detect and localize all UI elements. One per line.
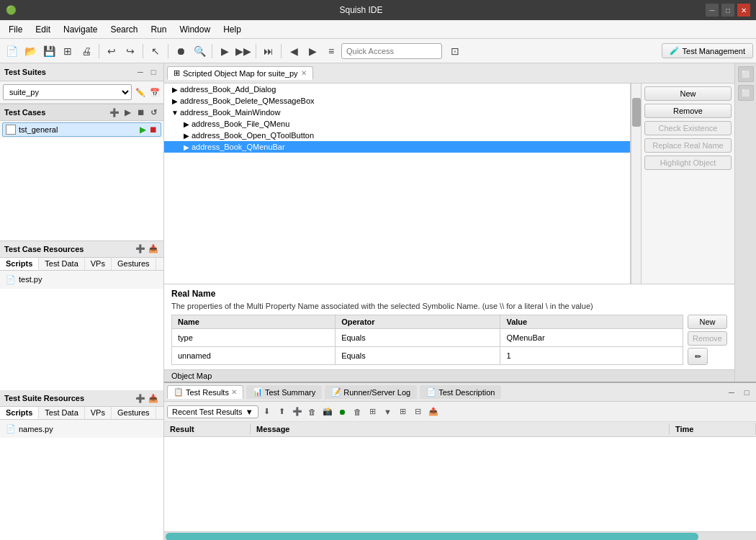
run-button[interactable]: ▶ (216, 42, 233, 60)
test-case-checkbox[interactable] (6, 125, 16, 135)
new-file-button[interactable]: 📄 (3, 42, 20, 60)
menu-search[interactable]: Search (104, 22, 143, 37)
tab-suite-scripts[interactable]: Scripts (0, 407, 39, 419)
calendar-suite-icon[interactable]: 📅 (149, 86, 161, 98)
add-test-case-icon[interactable]: ➕ (109, 107, 120, 118)
menu-help[interactable]: Help (217, 22, 247, 37)
arrow-open-btn[interactable]: ▶ (181, 132, 192, 140)
nav-fwd-button[interactable]: ▶ (304, 42, 321, 60)
arrow-file-menu[interactable]: ▶ (181, 120, 192, 128)
redo-button[interactable]: ↪ (122, 42, 139, 60)
undo-button[interactable]: ↩ (103, 42, 120, 60)
tab-runner-log[interactable]: 📝 Runner/Server Log (325, 385, 417, 399)
refresh-tc-icon[interactable]: ↺ (148, 107, 159, 118)
replace-real-name-button[interactable]: Replace Real Name (644, 138, 732, 153)
tree-item-add-dialog[interactable]: ▶ address_Book_Add_Dialog (164, 84, 630, 95)
tree-item-open-btn[interactable]: ▶ address_Book_Open_QToolButton (164, 130, 630, 141)
stop-tc-icon[interactable]: ⏹ (135, 107, 146, 118)
menu-edit[interactable]: Edit (30, 22, 56, 37)
arrow-add-dialog[interactable]: ▶ (170, 86, 180, 94)
add-suite-resource-icon[interactable]: ➕ (135, 392, 146, 404)
tab-gestures[interactable]: Gestures (112, 258, 156, 270)
cursor-button[interactable]: ↖ (147, 42, 164, 60)
screenshot-icon[interactable]: 📸 (321, 405, 334, 418)
record-button[interactable]: ⏺ (172, 42, 189, 60)
test-results-close[interactable]: ✕ (231, 388, 237, 396)
file-test-py[interactable]: 📄 test.py (0, 274, 163, 286)
edit-suite-icon[interactable]: ✏️ (135, 86, 146, 98)
menu-navigate[interactable]: Navigate (58, 22, 103, 37)
green-circle-icon[interactable]: ⏺ (336, 405, 349, 418)
open-workspace-button[interactable]: ⊡ (446, 42, 464, 60)
run-icon[interactable]: ▶ (140, 125, 146, 135)
tab-suite-test-data[interactable]: Test Data (39, 407, 84, 419)
add-result-icon[interactable]: ➕ (291, 405, 304, 418)
minimize-button[interactable]: ─ (706, 4, 719, 17)
maximize-button[interactable]: □ (721, 4, 734, 17)
open-file-button[interactable]: 📂 (22, 42, 39, 60)
edit-property-icon-button[interactable]: ✏ (688, 348, 708, 365)
quick-access-input[interactable] (341, 43, 442, 59)
settings-icon[interactable]: ▼ (382, 405, 395, 418)
recent-results-dropdown[interactable]: Recent Test Results ▼ (167, 405, 258, 418)
objmap-scrollbar[interactable] (631, 84, 641, 284)
test-case-tst-general[interactable]: tst_general ▶ ⏹ (2, 122, 161, 137)
tree-item-main-window[interactable]: ▼ address_Book_MainWindow (164, 107, 630, 118)
filter-icon[interactable]: ⊞ (366, 405, 379, 418)
clear-results-icon[interactable]: 🗑 (351, 405, 364, 418)
remove-property-button[interactable]: Remove (688, 331, 727, 346)
remove-result-icon[interactable]: 🗑 (306, 405, 319, 418)
export-down-icon[interactable]: ⬇ (261, 405, 274, 418)
nav-back-button[interactable]: ◀ (285, 42, 302, 60)
table-row-unnamed[interactable]: unnamed Equals 1 (172, 347, 683, 365)
bottom-scrollbar[interactable] (164, 531, 756, 540)
new-property-button[interactable]: New (688, 315, 727, 329)
add-resource-icon[interactable]: ➕ (135, 243, 146, 255)
object-map-tab[interactable]: Object Map (164, 369, 734, 382)
menu-run[interactable]: Run (145, 22, 172, 37)
save-all-button[interactable]: ⊞ (59, 42, 76, 60)
maximize-panel-icon[interactable]: □ (148, 66, 159, 78)
tab-scripts[interactable]: Scripts (0, 258, 39, 270)
tab-suite-gestures[interactable]: Gestures (112, 407, 156, 419)
tab-suite-vps[interactable]: VPs (85, 407, 112, 419)
remove-object-button[interactable]: Remove (644, 104, 732, 118)
minimize-panel-icon[interactable]: ─ (135, 66, 146, 78)
save-button[interactable]: 💾 (40, 42, 58, 60)
test-management-button[interactable]: 🧪 Test Management (662, 43, 753, 58)
new-object-button[interactable]: New (644, 86, 732, 101)
close-button[interactable]: ✕ (737, 4, 750, 17)
print-button[interactable]: 🖨 (78, 42, 95, 60)
tab-test-summary[interactable]: 📊 Test Summary (246, 385, 322, 399)
check-existence-button[interactable]: Check Existence (644, 121, 732, 135)
inspect-button[interactable]: 🔍 (191, 42, 208, 60)
nav-extra-button[interactable]: ≡ (323, 42, 340, 60)
stop-icon[interactable]: ⏹ (149, 125, 158, 135)
run-tc-icon[interactable]: ▶ (122, 107, 133, 118)
far-right-icon-2[interactable]: ⬜ (738, 85, 754, 101)
collapse-icon[interactable]: ⊟ (412, 405, 425, 418)
tab-close-objmap[interactable]: ✕ (301, 69, 307, 77)
export-up-icon[interactable]: ⬆ (276, 405, 289, 418)
tab-test-results[interactable]: 📋 Test Results ✕ (167, 385, 243, 399)
import-resource-icon[interactable]: 📥 (148, 243, 159, 255)
highlight-object-button[interactable]: Highlight Object (644, 156, 732, 170)
editor-tab-objmap[interactable]: ⊞ Scripted Object Map for suite_py ✕ (167, 66, 313, 80)
suite-dropdown[interactable]: suite_py (3, 84, 132, 100)
menu-window[interactable]: Window (174, 22, 216, 37)
tab-test-data[interactable]: Test Data (39, 258, 84, 270)
bottom-minimize-icon[interactable]: ─ (725, 386, 738, 399)
import-suite-resource-icon[interactable]: 📥 (148, 392, 159, 404)
arrow-main-window[interactable]: ▼ (170, 109, 180, 117)
share-icon[interactable]: 📤 (427, 405, 440, 418)
menu-file[interactable]: File (3, 22, 28, 37)
far-right-icon-1[interactable]: ⬜ (738, 66, 754, 82)
arrow-delete-msgbox[interactable]: ▶ (170, 97, 180, 105)
arrow-qmenubar[interactable]: ▶ (181, 143, 192, 151)
tree-item-delete-msgbox[interactable]: ▶ address_Book_Delete_QMessageBox (164, 95, 630, 107)
step-button[interactable]: ⏭ (260, 42, 277, 60)
tree-item-file-menu[interactable]: ▶ address_Book_File_QMenu (164, 118, 630, 130)
run-all-button[interactable]: ▶▶ (235, 42, 252, 60)
expand-icon[interactable]: ⊞ (397, 405, 410, 418)
file-names-py[interactable]: 📄 names.py (0, 423, 163, 435)
